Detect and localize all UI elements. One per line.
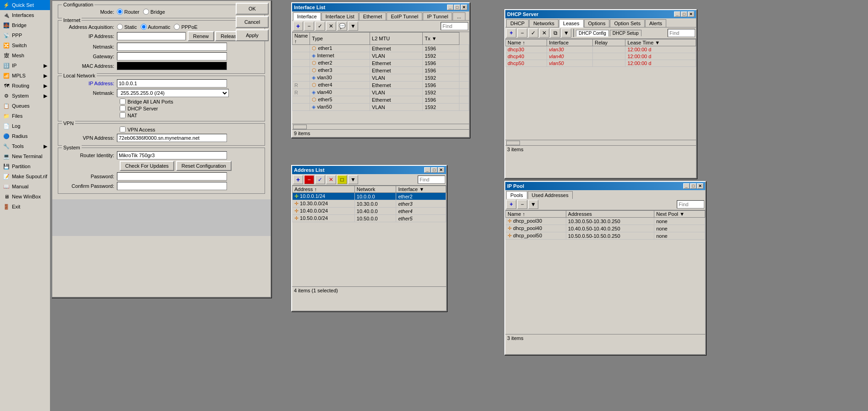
addr-col-address[interactable]: Address ↑	[293, 186, 355, 193]
dhcp-disable-button[interactable]: ✕	[539, 28, 549, 38]
ip-pool-minimize[interactable]: _	[683, 183, 690, 189]
ip-address-input[interactable]	[117, 32, 186, 40]
sidebar-item-files[interactable]: 📁 Files	[0, 111, 50, 121]
acq-static-radio[interactable]	[117, 24, 123, 30]
sidebar-item-exit[interactable]: 🚪 Exit	[0, 202, 50, 212]
dhcp-add-button[interactable]: +	[506, 28, 516, 38]
tab-dhcp[interactable]: DHCP	[506, 19, 529, 27]
pool-col-name[interactable]: Name ↑	[506, 211, 566, 218]
address-list-minimize[interactable]: _	[424, 167, 431, 173]
sidebar-item-mpls[interactable]: 📶 MPLS ▶	[0, 71, 50, 81]
dhcp-hscroll-thumb[interactable]	[506, 141, 520, 145]
address-list-close[interactable]: ✕	[438, 167, 444, 173]
tab-eoip-tunnel[interactable]: EoIP Tunnel	[387, 12, 422, 20]
col-tx[interactable]: Tx ▼	[423, 33, 459, 45]
ip-pool-close[interactable]: ✕	[697, 183, 703, 189]
ip-pool-maximize[interactable]: □	[690, 183, 697, 189]
router-identity-input[interactable]	[117, 151, 227, 159]
dhcp-row[interactable]: dhcp30vlan3012:00:00 d	[506, 46, 696, 53]
dhcp-close[interactable]: ✕	[688, 11, 694, 17]
mode-bridge-radio[interactable]	[143, 9, 149, 15]
tab-ip-tunnel[interactable]: IP Tunnel	[423, 12, 452, 20]
gateway-input[interactable]	[117, 52, 227, 60]
interface-row[interactable]: R◈ vlan40VLAN1592	[293, 89, 469, 96]
dhcp-enable-button[interactable]: ✓	[528, 28, 538, 38]
sidebar-item-queues[interactable]: 📋 Queues	[0, 101, 50, 111]
tab-alerts[interactable]: Alerts	[645, 19, 666, 27]
addr-comment-button[interactable]: □	[337, 175, 347, 184]
interface-row[interactable]: ⬡ ether2Ethernet1596	[293, 60, 469, 67]
sidebar-item-system[interactable]: ⚙ System ▶	[0, 91, 50, 101]
pool-row[interactable]: ✛ dhcp_pool5010.50.0.50-10.50.0.250none	[506, 232, 705, 240]
interface-list-minimize[interactable]: _	[447, 5, 453, 10]
tab-pools[interactable]: Pools	[506, 191, 527, 199]
disable-button[interactable]: ✕	[326, 22, 336, 31]
tab-interface-list[interactable]: Interface List	[321, 12, 359, 20]
dhcp-col-interface[interactable]: Interface	[547, 39, 593, 46]
mode-router-radio[interactable]	[117, 9, 123, 15]
local-ip-input[interactable]	[117, 79, 227, 88]
renew-button[interactable]: Renew	[188, 31, 214, 41]
sidebar-item-tools[interactable]: 🔧 Tools ▶	[0, 141, 50, 151]
dhcp-maximize[interactable]: □	[681, 11, 687, 17]
sidebar-item-interfaces[interactable]: 🔌 Interfaces	[0, 10, 50, 20]
mode-router-label[interactable]: Router	[117, 9, 139, 15]
address-row[interactable]: ✛ 10.0.0.1/2410.0.0.0ether2	[293, 193, 446, 200]
col-name[interactable]: Name ↑	[293, 33, 310, 45]
sidebar-item-new-winbox[interactable]: 🖥 New WinBox	[0, 192, 50, 202]
acq-automatic-radio[interactable]	[141, 24, 147, 30]
addr-enable-button[interactable]: ✓	[315, 175, 325, 184]
sidebar-item-make-supout[interactable]: 📝 Make Supout.rif	[0, 171, 50, 181]
addr-filter-button[interactable]: ▼	[348, 175, 358, 184]
pool-col-addresses[interactable]: Addresses	[566, 211, 654, 218]
tab-used-addresses[interactable]: Used Addresses	[528, 191, 573, 199]
address-row[interactable]: ✛ 10.50.0.0/2410.50.0.0ether5	[293, 215, 446, 222]
sidebar-item-mesh[interactable]: 🕸 Mesh	[0, 50, 50, 60]
addr-remove-button[interactable]: −	[304, 175, 314, 184]
enable-button[interactable]: ✓	[315, 22, 325, 31]
dhcp-col-lease-time[interactable]: Lease Time ▼	[625, 39, 696, 46]
vpn-addr-input[interactable]	[117, 134, 227, 142]
addr-add-button[interactable]: +	[293, 175, 303, 184]
tab-option-sets[interactable]: Option Sets	[610, 19, 644, 27]
interface-row[interactable]: ◈ vlan50VLAN1592	[293, 104, 469, 111]
dhcp-find-input[interactable]	[668, 29, 695, 37]
sidebar-item-log[interactable]: 📄 Log	[0, 121, 50, 131]
col-type[interactable]: Type	[310, 33, 370, 45]
interface-row[interactable]: ◈ InternetVLAN1592	[293, 52, 469, 60]
dhcp-col-name[interactable]: Name ↑	[506, 39, 547, 46]
bridge-all-checkbox[interactable]	[120, 99, 126, 104]
remove-button[interactable]: −	[304, 22, 314, 31]
interface-row[interactable]: R⬡ ether4Ethernet1596	[293, 82, 469, 89]
address-row[interactable]: ✛ 10.40.0.0/2410.40.0.0ether4	[293, 208, 446, 215]
col-l2mtu[interactable]: L2 MTU	[370, 33, 423, 45]
netmask-input[interactable]	[117, 43, 227, 51]
comment-button[interactable]: 💬	[337, 22, 347, 31]
tab-interface[interactable]: Interface	[293, 12, 321, 21]
dhcp-copy-button[interactable]: ⧉	[550, 28, 560, 38]
nat-checkbox[interactable]	[120, 112, 126, 118]
dhcp-remove-button[interactable]: −	[517, 28, 527, 38]
sidebar-item-partition[interactable]: 💾 Partition	[0, 161, 50, 171]
sidebar-item-switch[interactable]: 🔀 Switch	[0, 40, 50, 50]
sidebar-item-manual[interactable]: 📖 Manual	[0, 181, 50, 192]
tab-dhcp-config[interactable]: DHCP Config	[576, 30, 609, 37]
acq-pppoe-label[interactable]: PPPoE	[174, 24, 197, 30]
dhcp-col-relay[interactable]: Relay	[592, 39, 625, 46]
pool-row[interactable]: ✛ dhcp_pool3010.30.0.50-10.30.0.250none	[506, 218, 705, 225]
dhcp-minimize[interactable]: _	[674, 11, 680, 17]
dhcp-filter-button[interactable]: ▼	[561, 28, 571, 38]
tab-more[interactable]: ...	[453, 12, 465, 20]
address-list-maximize[interactable]: □	[431, 167, 437, 173]
interface-row[interactable]: ⬡ ether3Ethernet1596	[293, 67, 469, 74]
cancel-button[interactable]: Cancel	[236, 16, 269, 28]
tab-networks[interactable]: Networks	[529, 19, 558, 27]
address-row[interactable]: ✛ 10.30.0.0/2410.30.0.0ether3	[293, 200, 446, 208]
local-netmask-select[interactable]: 255.255.255.0 (/24)	[117, 89, 229, 97]
pool-find-input[interactable]	[677, 200, 704, 208]
sidebar-item-ip[interactable]: 🔢 IP ▶	[0, 60, 50, 71]
interface-hscroll[interactable]	[292, 124, 469, 129]
tab-leases[interactable]: Leases	[559, 19, 583, 27]
dhcp-server-checkbox[interactable]	[120, 105, 126, 111]
interface-row[interactable]: ◈ vlan30VLAN1592	[293, 74, 469, 82]
